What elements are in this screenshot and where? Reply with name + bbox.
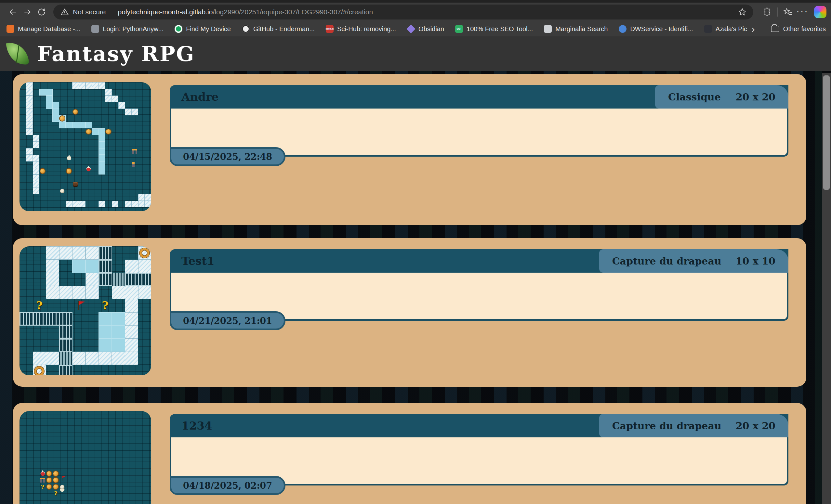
- map-tile: [125, 325, 138, 338]
- obsidian-icon: [407, 25, 416, 33]
- gear-icon: [140, 248, 149, 258]
- map-tile: [138, 194, 145, 201]
- map-tile: [98, 260, 112, 273]
- page-scrollbar[interactable]: [822, 73, 831, 504]
- map-tile: [46, 89, 53, 95]
- copilot-icon[interactable]: [814, 6, 827, 18]
- coin-icon: [53, 478, 58, 482]
- map-tile: [59, 325, 73, 338]
- map-tile: [98, 82, 105, 89]
- map-tile: [33, 312, 46, 326]
- coin-icon: [53, 471, 58, 476]
- game-card[interactable]: ?? 1234 Capture du drapeau 20 x 20 04/18…: [13, 403, 806, 504]
- barrel-icon: [73, 182, 78, 187]
- bookmark-label: Sci-Hub: removing...: [337, 25, 396, 33]
- game-card-header: Test1 Capture du drapeau 10 x 10: [170, 249, 789, 273]
- map-tile: [72, 201, 79, 208]
- bookmark-label: Find My Device: [186, 25, 231, 33]
- map-size: 20 x 20: [736, 91, 775, 103]
- map-tile: [46, 246, 59, 260]
- map-tile: [125, 338, 138, 352]
- map-tile: [46, 102, 53, 109]
- flask-white-icon: [67, 156, 71, 160]
- map-tile: [26, 155, 33, 161]
- other-favorites-button[interactable]: Other favorites: [766, 25, 826, 33]
- coin-icon: [53, 484, 58, 490]
- bookmark-label: Obsidian: [419, 25, 444, 33]
- map-tile: [112, 273, 125, 286]
- bookmarks-overflow-chevron[interactable]: ›: [747, 24, 760, 34]
- forward-button[interactable]: [20, 5, 34, 19]
- bookmarks-list: Manage Database -...Login: PythonAnyw...…: [6, 25, 747, 33]
- bookmark-label: Manage Database -...: [18, 25, 80, 33]
- back-button[interactable]: [6, 5, 20, 19]
- coin-icon: [40, 169, 45, 174]
- map-tile: [72, 122, 79, 129]
- bookmark-label: Azala's Picture Cards: [716, 25, 747, 33]
- bookmark-item[interactable]: SST100% Free SEO Tool...: [455, 25, 533, 33]
- map-tile: [72, 260, 86, 273]
- document-icon: [544, 25, 552, 33]
- site-title: Fantasy RPG: [37, 41, 195, 66]
- seo-tools-icon: SST: [455, 25, 463, 33]
- map-tile: [98, 148, 105, 155]
- map-tile: [59, 122, 66, 129]
- game-description-panel: 04/21/2025, 21:01: [171, 273, 787, 319]
- map-tile: [52, 102, 59, 109]
- map-tile: [66, 122, 73, 129]
- map-tile: [46, 352, 59, 365]
- bookmark-item[interactable]: Find My Device: [175, 25, 231, 33]
- refresh-button[interactable]: [34, 5, 49, 19]
- bookmark-label: GitHub - Enderman...: [253, 25, 315, 33]
- map-tile: [98, 273, 112, 286]
- bookmark-item[interactable]: Azala's Picture Cards: [704, 25, 747, 33]
- game-card[interactable]: Andre Classique 20 x 20 04/15/2025, 22:4…: [13, 74, 806, 225]
- bookmark-item[interactable]: Manage Database -...: [6, 25, 80, 33]
- map-tile: [86, 273, 99, 286]
- map-tile: [79, 82, 86, 89]
- address-bar[interactable]: Not secure polytechnique-montr-al.gitlab…: [53, 4, 753, 20]
- map-tile: [86, 246, 99, 260]
- map-preview: [20, 82, 151, 211]
- question-icon: ?: [34, 301, 44, 310]
- url-path: /log2990/20251/equipe-307/LOG2990-307/#/…: [212, 8, 373, 16]
- coin-icon: [47, 471, 52, 476]
- egg-icon: [60, 485, 64, 489]
- map-preview: ??: [20, 411, 151, 504]
- map-tile: [26, 148, 33, 155]
- map-tile: [112, 338, 125, 352]
- map-size: 20 x 20: [736, 420, 775, 432]
- map-tile: [33, 175, 40, 181]
- bookmark-item[interactable]: GitHub - Enderman...: [242, 25, 315, 33]
- map-tile: [52, 115, 59, 122]
- bookmark-item[interactable]: Obsidian: [407, 25, 444, 33]
- scrollbar-thumb[interactable]: [823, 76, 830, 190]
- bookmarks-divider: [763, 24, 763, 33]
- map-tile: [79, 122, 86, 129]
- window-titlebar: [0, 0, 831, 3]
- bookmark-star-icon[interactable]: [738, 7, 747, 17]
- settings-menu-button[interactable]: ···: [795, 5, 809, 19]
- map-tile: [138, 260, 151, 273]
- map-tile: [112, 201, 119, 208]
- map-tile: [98, 246, 112, 260]
- map-tile: [72, 286, 86, 299]
- map-tile: [112, 95, 119, 102]
- extensions-button[interactable]: [760, 5, 774, 19]
- bookmark-item[interactable]: SCI HUBSci-Hub: removing...: [326, 25, 396, 33]
- bookmark-item[interactable]: Marginalia Search: [544, 25, 608, 33]
- flask-red-icon: [86, 167, 91, 171]
- map-tile: [98, 128, 105, 135]
- favorites-button[interactable]: [781, 5, 795, 19]
- map-tile: [125, 201, 132, 208]
- bookmark-item[interactable]: Login: PythonAnyw...: [91, 25, 164, 33]
- coin-icon: [73, 110, 78, 114]
- game-card[interactable]: ?? Test1 Capture du drapeau 10 x 10 04/2…: [13, 238, 806, 387]
- coin-icon: [60, 116, 65, 121]
- map-tile: [59, 352, 73, 365]
- pythonanywhere-icon: [91, 25, 99, 33]
- bookmark-item[interactable]: DWService - Identifi...: [619, 25, 693, 33]
- map-tile: [98, 135, 105, 142]
- map-tile: [33, 141, 40, 148]
- bookmark-label: DWService - Identifi...: [630, 25, 693, 33]
